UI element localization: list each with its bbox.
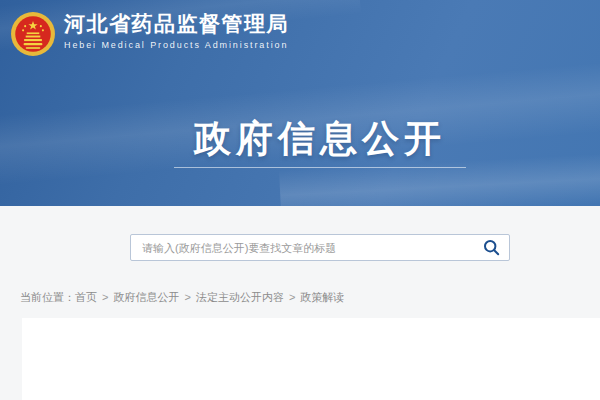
document-info-card: 索引号 FGWJ-2024-10009 主题分类 法规文件 / 政策解读 标题 … — [22, 318, 600, 400]
breadcrumb: 当前位置：首页>政府信息公开>法定主动公开内容>政策解读 — [20, 290, 344, 305]
china-national-emblem-icon — [10, 11, 56, 57]
agency-name: 河北省药品监督管理局 — [64, 11, 289, 37]
breadcrumb-separator: > — [102, 291, 108, 303]
breadcrumb-separator: > — [184, 291, 190, 303]
agency-title-block: 河北省药品监督管理局 Hebei Medical Products Admini… — [64, 11, 289, 50]
banner-divider — [174, 167, 466, 168]
search-button[interactable] — [473, 235, 509, 260]
top-banner: 河北省药品监督管理局 Hebei Medical Products Admini… — [0, 0, 600, 206]
page: 河北省药品监督管理局 Hebei Medical Products Admini… — [0, 0, 600, 400]
search-icon — [483, 239, 500, 256]
breadcrumb-item-home[interactable]: 首页 — [75, 291, 97, 303]
breadcrumb-label: 当前位置： — [20, 291, 75, 303]
breadcrumb-item-gov-info-disclosure[interactable]: 政府信息公开 — [113, 291, 179, 303]
breadcrumb-separator: > — [289, 291, 295, 303]
breadcrumb-item-policy-interpretation: 政策解读 — [300, 291, 344, 303]
search-box — [130, 234, 510, 261]
site-header[interactable]: 河北省药品监督管理局 Hebei Medical Products Admini… — [10, 11, 289, 57]
search-input[interactable] — [131, 235, 473, 260]
agency-name-english: Hebei Medical Products Administration — [64, 40, 289, 50]
breadcrumb-item-statutory-disclosure[interactable]: 法定主动公开内容 — [196, 291, 284, 303]
page-title: 政府信息公开 — [40, 114, 600, 164]
